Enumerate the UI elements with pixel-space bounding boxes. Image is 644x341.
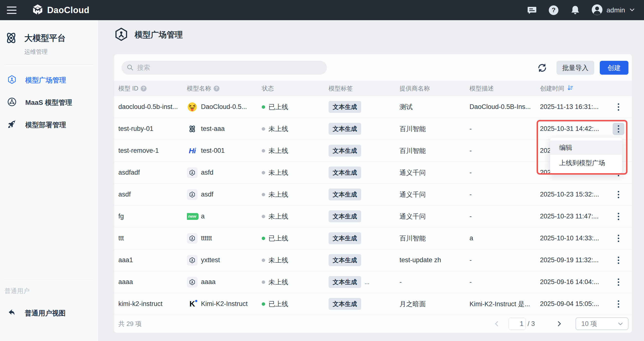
notifications-bell-icon[interactable] — [570, 5, 580, 15]
sidebar-title: 大模型平台 — [24, 33, 66, 44]
model-tag-cell: 文本生成 — [328, 298, 400, 310]
row-actions-button[interactable] — [613, 101, 624, 113]
status-dot — [262, 258, 265, 262]
description-cell: a — [470, 234, 540, 242]
table-row[interactable]: fg new a 未上线 文本生成 通义千问 - 2025-10-23 11:4… — [114, 205, 632, 227]
create-button[interactable]: 创建 — [600, 61, 628, 75]
refresh-icon[interactable] — [537, 63, 547, 73]
table-row[interactable]: aaaa aaaa 未上线 文本生成 ... - - 2025-09-16 14… — [114, 271, 632, 293]
help-circle-icon[interactable]: ? — [214, 86, 220, 92]
status-cell: 未上线 — [262, 212, 328, 221]
status-cell: 已上线 — [262, 103, 328, 111]
bulk-import-button[interactable]: 批量导入 — [556, 61, 594, 75]
model-icon — [187, 233, 198, 244]
help-icon[interactable]: ? — [548, 5, 559, 16]
sidebar: 大模型平台 运维管理 模型广场管理 MaaS 模型管理 模型部署管理 普通用户 — [0, 20, 98, 341]
model-icon — [187, 277, 198, 287]
brand: DaoCloud — [32, 4, 90, 17]
model-tag-cell: 文本生成 — [328, 101, 400, 113]
model-id-cell: asdfadf — [118, 169, 187, 176]
description-cell: - — [470, 125, 540, 133]
avatar — [592, 4, 603, 16]
help-circle-icon[interactable]: ? — [141, 86, 146, 92]
sidebar-item-normal-user-view[interactable]: 普通用户视图 — [0, 302, 98, 324]
page-total: / 3 — [528, 320, 535, 328]
sidebar-item-label: 模型广场管理 — [25, 76, 66, 85]
provider-cell: 月之暗面 — [400, 300, 470, 308]
search-input[interactable] — [137, 64, 322, 72]
row-actions-button[interactable] — [613, 232, 624, 244]
row-actions-button[interactable] — [613, 210, 624, 223]
column-header-description[interactable]: 模型描述 — [470, 84, 540, 92]
model-name-cell: aaaa — [187, 277, 262, 287]
table-row[interactable]: daocloud-0.5b-inst... DaoCloud-0.5... 已上… — [114, 96, 632, 118]
menu-toggle-button[interactable] — [7, 4, 19, 16]
column-header-tags[interactable]: 模型标签 — [328, 84, 400, 92]
row-actions-button[interactable] — [613, 276, 624, 288]
table-row[interactable]: test-ruby-01 test-aaa 未上线 文本生成 百川智能 - 20… — [114, 118, 632, 140]
column-header-model-id[interactable]: 模型 ID? — [118, 84, 187, 92]
sidebar-item-deploy[interactable]: 模型部署管理 — [0, 114, 98, 136]
model-icon — [187, 255, 198, 266]
sidebar-item-label: MaaS 模型管理 — [25, 98, 72, 107]
search-icon — [126, 64, 134, 72]
tag-badge: 文本生成 — [328, 254, 361, 266]
model-id-cell: asdf — [118, 191, 187, 198]
description-cell: - — [470, 147, 540, 154]
created-time-cell: 2025-09-04 15:05:... — [540, 300, 609, 308]
table-footer: 共 29 项 / 3 10 项 — [114, 315, 632, 332]
column-header-created-time[interactable]: 创建时间 — [540, 84, 609, 93]
menu-item-publish[interactable]: 上线到模型广场 — [550, 155, 622, 171]
sidebar-item-maas[interactable]: MaaS 模型管理 — [0, 92, 98, 114]
status-dot — [262, 105, 265, 109]
column-header-provider[interactable]: 提供商名称 — [400, 84, 470, 92]
model-tag-cell: 文本生成 — [328, 188, 400, 200]
row-actions-button[interactable] — [613, 298, 624, 310]
feedback-icon[interactable] — [527, 5, 537, 15]
created-time-cell: 2025-10-31 14:42:... — [540, 125, 609, 133]
daocloud-cube-icon — [32, 4, 44, 17]
table-row[interactable]: ttt tttttt 已上线 文本生成 百川智能 a 2025-10-10 14… — [114, 227, 632, 249]
description-cell: - — [470, 169, 540, 176]
provider-cell: 通义千问 — [400, 212, 470, 221]
menu-item-edit[interactable]: 编辑 — [550, 141, 622, 155]
model-tag-cell: 文本生成 — [328, 167, 400, 179]
row-actions-menu: 编辑 上线到模型广场 — [550, 137, 622, 173]
column-header-status[interactable]: 状态 — [262, 84, 328, 92]
maas-icon — [7, 97, 16, 108]
status-cell: 已上线 — [262, 300, 328, 308]
status-dot — [262, 237, 265, 240]
user-menu[interactable]: admin — [592, 4, 635, 16]
row-actions-button[interactable] — [613, 188, 624, 201]
table-row[interactable]: kimi-k2-instruct K Kimi-K2-Instruct 已上线 … — [114, 293, 632, 315]
tag-badge: 文本生成 — [328, 276, 361, 288]
provider-cell: - — [400, 278, 470, 286]
page-number-input[interactable] — [509, 318, 526, 330]
row-actions-button[interactable] — [613, 254, 624, 266]
status-cell: 未上线 — [262, 190, 328, 199]
row-actions-button[interactable] — [613, 123, 624, 135]
pagination: / 3 10 项 — [493, 317, 628, 330]
column-header-model-name[interactable]: 模型名称? — [187, 84, 262, 92]
model-id-cell: test-remove-1 — [118, 147, 187, 154]
status-dot — [262, 215, 265, 218]
model-icon — [187, 124, 198, 134]
model-icon: Hi — [187, 147, 198, 155]
sidebar-item-model-square[interactable]: 模型广场管理 — [0, 69, 98, 92]
model-tag-cell: 文本生成 — [328, 123, 400, 135]
provider-cell: 通义千问 — [400, 168, 470, 177]
table-row[interactable]: asdf asdf 未上线 文本生成 通义千问 - 2025-10-23 15:… — [114, 184, 632, 205]
table-row[interactable]: aaa1 yxttest 未上线 文本生成 test-update zh - 2… — [114, 249, 632, 271]
page-size-select[interactable]: 10 项 — [576, 317, 628, 330]
prev-page-icon[interactable] — [493, 320, 500, 327]
chevron-down-icon — [629, 7, 635, 14]
status-dot — [262, 193, 265, 196]
sidebar-item-label: 模型部署管理 — [25, 120, 66, 130]
next-page-icon[interactable] — [556, 320, 563, 327]
status-dot — [262, 149, 265, 153]
sort-desc-icon[interactable] — [567, 84, 574, 93]
model-name-cell: Hi test-001 — [187, 147, 262, 155]
description-cell: - — [470, 213, 540, 220]
llm-platform-icon — [4, 31, 18, 56]
model-tag-cell: 文本生成 ... — [328, 276, 400, 288]
